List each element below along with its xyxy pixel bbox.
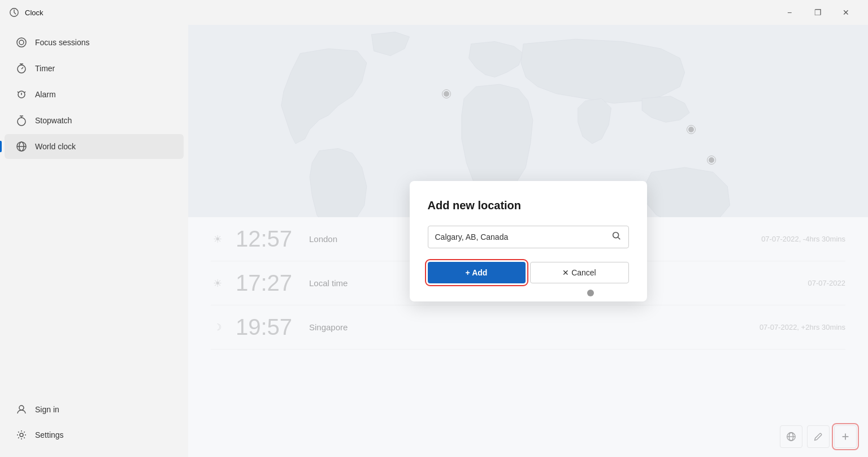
sidebar-item-world-clock[interactable]: World clock bbox=[5, 134, 184, 159]
stopwatch-icon bbox=[16, 115, 27, 126]
sidebar-item-alarm[interactable]: Alarm bbox=[5, 82, 184, 107]
content-area: ☀ 12:57 London 07-07-2022, -4hrs 30mins … bbox=[188, 25, 868, 457]
dialog-overlay: Add new location + Add ✕ Cancel bbox=[188, 25, 868, 457]
svg-point-1 bbox=[17, 38, 26, 47]
cancel-button[interactable]: ✕ Cancel bbox=[530, 262, 629, 283]
maximize-button[interactable]: ❐ bbox=[805, 3, 831, 21]
settings-icon bbox=[16, 429, 27, 441]
world-clock-icon bbox=[16, 141, 27, 152]
sidebar-item-sign-in[interactable]: Sign in bbox=[5, 397, 184, 422]
dialog-buttons: + Add ✕ Cancel bbox=[428, 262, 629, 283]
sidebar-item-stopwatch[interactable]: Stopwatch bbox=[5, 108, 184, 133]
titlebar-title: Clock bbox=[25, 8, 44, 17]
sidebar-label-settings: Settings bbox=[35, 430, 64, 439]
app-body: Focus sessions Timer Alarm bbox=[0, 25, 868, 457]
sidebar-item-settings[interactable]: Settings bbox=[5, 422, 184, 447]
titlebar: Clock − ❐ ✕ bbox=[0, 0, 868, 25]
sign-in-icon bbox=[16, 404, 27, 415]
sidebar-label-focus-sessions: Focus sessions bbox=[35, 38, 89, 47]
sidebar-item-focus-sessions[interactable]: Focus sessions bbox=[5, 30, 184, 55]
sidebar-label-stopwatch: Stopwatch bbox=[35, 116, 72, 125]
search-button[interactable] bbox=[611, 231, 622, 243]
sidebar-item-timer[interactable]: Timer bbox=[5, 56, 184, 81]
dialog-title: Add new location bbox=[428, 199, 629, 212]
add-location-button[interactable]: + Add bbox=[428, 262, 526, 283]
svg-point-21 bbox=[613, 232, 618, 238]
svg-point-15 bbox=[20, 433, 23, 437]
titlebar-controls: − ❐ ✕ bbox=[776, 3, 859, 21]
timer-icon bbox=[16, 63, 27, 74]
search-box[interactable] bbox=[428, 226, 629, 248]
minimize-button[interactable]: − bbox=[776, 3, 802, 21]
svg-line-22 bbox=[618, 237, 620, 239]
add-location-dialog: Add new location + Add ✕ Cancel bbox=[410, 181, 647, 301]
sidebar-bottom: Sign in Settings bbox=[0, 396, 188, 452]
svg-point-2 bbox=[19, 40, 24, 45]
sidebar-label-alarm: Alarm bbox=[35, 90, 56, 99]
sidebar-label-timer: Timer bbox=[35, 64, 55, 73]
sidebar-label-sign-in: Sign in bbox=[35, 405, 59, 414]
titlebar-left: Clock bbox=[9, 7, 44, 18]
focus-sessions-icon bbox=[16, 37, 27, 48]
alarm-icon bbox=[16, 89, 27, 100]
sidebar: Focus sessions Timer Alarm bbox=[0, 25, 188, 457]
close-button[interactable]: ✕ bbox=[833, 3, 859, 21]
location-search-input[interactable] bbox=[435, 232, 611, 242]
svg-point-8 bbox=[18, 118, 25, 126]
svg-point-14 bbox=[19, 406, 24, 410]
clock-app-icon bbox=[9, 7, 19, 18]
sidebar-label-world-clock: World clock bbox=[35, 142, 76, 151]
svg-line-6 bbox=[21, 67, 23, 69]
